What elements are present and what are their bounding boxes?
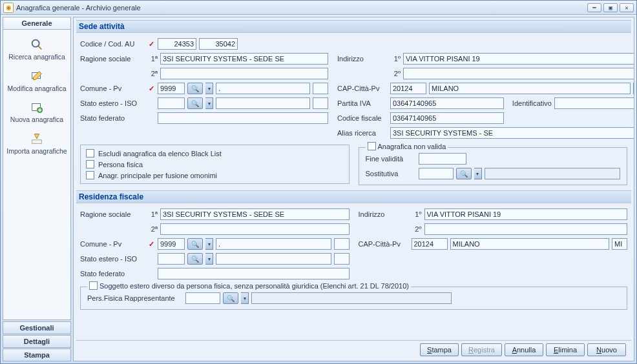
res-indirizzo2-input[interactable] bbox=[424, 223, 628, 235]
required-mark: ✓ bbox=[149, 85, 155, 93]
svg-point-0 bbox=[32, 40, 39, 47]
res-indirizzo-label: Indirizzo bbox=[359, 210, 409, 218]
chevron-down-icon[interactable]: ▾ bbox=[205, 238, 213, 250]
sostitutiva-lookup-button[interactable] bbox=[456, 168, 472, 179]
res-stato-desc-input[interactable] bbox=[216, 253, 331, 265]
pers-fisica-rap-lookup-button[interactable] bbox=[223, 292, 238, 304]
minimize-button[interactable]: ━ bbox=[587, 3, 601, 12]
sidebar-body: Ricerca anagrafica Modifica anagrafica N… bbox=[3, 30, 71, 320]
res-ragione2-input[interactable] bbox=[160, 223, 350, 235]
sidebar: Generale Ricerca anagrafica Modifica ana… bbox=[3, 17, 71, 361]
federato-input[interactable] bbox=[158, 112, 328, 124]
indirizzo2-input[interactable] bbox=[403, 68, 634, 79]
stato-lookup-button[interactable] bbox=[187, 97, 203, 109]
sostitutiva-input[interactable] bbox=[419, 168, 454, 179]
res-comune-desc-input[interactable] bbox=[216, 238, 331, 250]
chevron-down-icon[interactable]: ▾ bbox=[205, 253, 213, 265]
section-residenza: Ragione sociale 1ª 2ª Comune - Pv ✓ bbox=[76, 206, 631, 312]
non-valida-checkbox[interactable] bbox=[368, 142, 376, 150]
comune-cod-input[interactable] bbox=[158, 83, 185, 94]
res-citta-input[interactable] bbox=[450, 238, 610, 250]
search-icon bbox=[6, 37, 68, 52]
codice-input[interactable] bbox=[158, 38, 196, 50]
comune-desc-input[interactable] bbox=[216, 83, 310, 94]
cf-input[interactable] bbox=[390, 112, 504, 124]
chevron-down-icon[interactable]: ▾ bbox=[241, 292, 249, 304]
svg-line-1 bbox=[39, 46, 42, 50]
cod-au-input[interactable] bbox=[199, 38, 238, 50]
citta-input[interactable] bbox=[429, 83, 631, 94]
res-stato-cod-input[interactable] bbox=[158, 253, 185, 265]
chevron-down-icon[interactable]: ▾ bbox=[474, 168, 482, 179]
sidebar-tab-generale[interactable]: Generale bbox=[3, 17, 71, 30]
soggetto-estero-checkbox[interactable] bbox=[89, 281, 98, 290]
ragione2-input[interactable] bbox=[160, 68, 328, 79]
soggetto-estero-group: Soggetto estero diverso da persona fisic… bbox=[80, 287, 627, 310]
cap-input[interactable] bbox=[390, 83, 426, 94]
res-cap-input[interactable] bbox=[412, 238, 448, 250]
identificativo-label: Identificativo bbox=[506, 99, 552, 107]
stato-desc-input[interactable] bbox=[216, 97, 310, 109]
alias-input[interactable] bbox=[390, 127, 634, 139]
window-title: Anagrafica generale - Archivio generale bbox=[16, 4, 587, 12]
pers-fisica-rap-desc-input bbox=[251, 292, 452, 304]
res-comune-extra-input[interactable] bbox=[334, 238, 350, 250]
res-ragione-label: Ragione sociale bbox=[80, 210, 145, 218]
comune-lookup-button[interactable] bbox=[187, 83, 203, 94]
res-comune-label: Comune - Pv bbox=[80, 240, 145, 248]
pv-input[interactable] bbox=[633, 83, 634, 94]
stato-estero-label: Stato estero - ISO bbox=[80, 99, 145, 107]
stato-cod-input[interactable] bbox=[158, 97, 185, 109]
sidebar-tab-gestionali[interactable]: Gestionali bbox=[3, 321, 71, 334]
persona-fisica-checkbox[interactable] bbox=[86, 160, 94, 168]
piva-input[interactable] bbox=[390, 97, 504, 109]
section-residenza-header: Residenza fiscale bbox=[76, 190, 631, 203]
elimina-button[interactable]: Elimina bbox=[546, 343, 585, 356]
res-pv-input[interactable] bbox=[612, 238, 627, 250]
sidebar-item-importa[interactable]: Importa anagrafiche bbox=[5, 128, 69, 158]
federato-label: Stato federato bbox=[80, 114, 145, 122]
alias-label: Alias ricerca bbox=[337, 129, 388, 137]
ragione1-input[interactable] bbox=[160, 53, 328, 65]
identificativo-input[interactable] bbox=[554, 97, 634, 109]
close-button[interactable]: ✕ bbox=[620, 3, 634, 12]
registra-button[interactable]: Registra bbox=[461, 343, 502, 356]
new-icon bbox=[6, 100, 68, 114]
stampa-button[interactable]: Stampa bbox=[420, 343, 459, 356]
cap-label: CAP-Città-Pv bbox=[337, 85, 388, 92]
pers-fisica-rap-input[interactable] bbox=[185, 292, 220, 304]
nuovo-button[interactable]: Nuovo bbox=[587, 343, 626, 356]
sidebar-item-modifica[interactable]: Modifica anagrafica bbox=[5, 65, 69, 96]
res-indirizzo1-input[interactable] bbox=[424, 208, 628, 220]
section-sede: Codice / Cod. AU ✓ Ragione sociale 1ª bbox=[76, 35, 631, 188]
fine-validita-input[interactable] bbox=[419, 153, 466, 165]
sostitutiva-desc-input bbox=[485, 168, 621, 179]
sidebar-tab-dettagli[interactable]: Dettagli bbox=[3, 335, 71, 348]
stato-iso-input[interactable] bbox=[313, 97, 328, 109]
chevron-down-icon[interactable]: ▾ bbox=[205, 97, 213, 109]
res-federato-label: Stato federato bbox=[80, 270, 145, 278]
comune-extra-input[interactable] bbox=[313, 83, 328, 94]
res-stato-iso-input[interactable] bbox=[334, 253, 350, 265]
indirizzo1-input[interactable] bbox=[403, 53, 634, 65]
res-federato-input[interactable] bbox=[158, 268, 350, 279]
anagrafica-non-valida-group: Anagrafica non valida Fine validità Sost… bbox=[359, 147, 628, 185]
svg-rect-5 bbox=[32, 140, 42, 144]
comune-label: Comune - Pv bbox=[80, 85, 145, 92]
maximize-button[interactable]: ▣ bbox=[603, 3, 618, 12]
res-comune-lookup-button[interactable] bbox=[187, 238, 203, 250]
res-comune-cod-input[interactable] bbox=[158, 238, 185, 250]
sidebar-item-ricerca[interactable]: Ricerca anagrafica bbox=[5, 34, 69, 64]
content: Generale Ricerca anagrafica Modifica ana… bbox=[1, 15, 636, 363]
anagr-principale-checkbox[interactable] bbox=[86, 171, 94, 179]
res-ragione1-input[interactable] bbox=[160, 208, 350, 220]
res-stato-label: Stato estero - ISO bbox=[80, 255, 145, 263]
res-stato-lookup-button[interactable] bbox=[187, 253, 203, 265]
sidebar-item-nuova[interactable]: Nuova anagrafica bbox=[5, 96, 69, 126]
annulla-button[interactable]: Annulla bbox=[505, 343, 543, 356]
sidebar-tab-stampa[interactable]: Stampa bbox=[3, 349, 71, 361]
checklist: Escludi anagrafica da elenco Black List … bbox=[80, 145, 350, 184]
chevron-down-icon[interactable]: ▾ bbox=[205, 83, 213, 94]
sostitutiva-label: Sostitutiva bbox=[366, 170, 416, 177]
escludi-checkbox[interactable] bbox=[86, 149, 94, 157]
